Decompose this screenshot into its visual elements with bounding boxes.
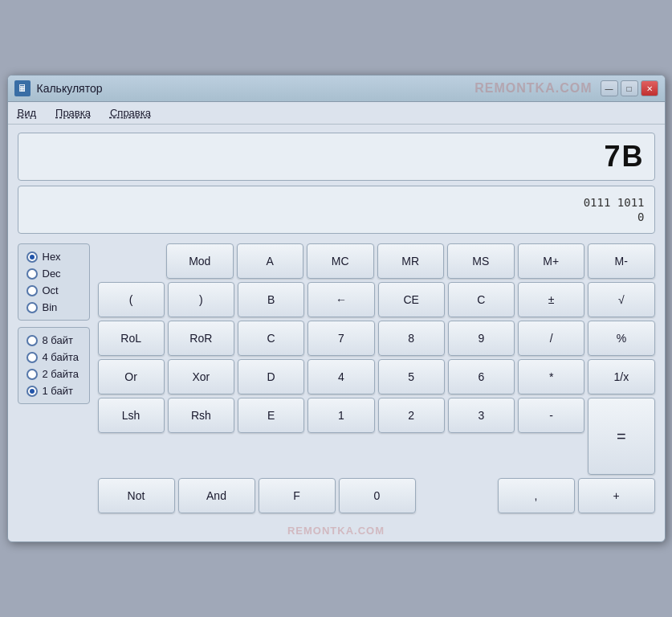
- radio-8byte-label: 8 байт: [43, 334, 73, 346]
- radio-2byte[interactable]: 2 байта: [26, 368, 81, 380]
- btn-open-paren[interactable]: (: [98, 282, 165, 317]
- byte-radio-group: 8 байт 4 байта 2 байта 1 байт: [18, 327, 90, 404]
- btn-1[interactable]: 1: [307, 398, 374, 433]
- radio-oct-label: Oct: [43, 284, 59, 296]
- btn-9[interactable]: 9: [448, 321, 515, 356]
- btn-plusminus[interactable]: ±: [518, 282, 584, 317]
- radio-1byte[interactable]: 1 байт: [26, 385, 81, 397]
- btn-0[interactable]: 0: [339, 478, 416, 513]
- btn-rol[interactable]: RoL: [98, 321, 165, 356]
- radio-hex[interactable]: Hex: [26, 251, 81, 263]
- app-icon: 🖩: [14, 80, 31, 96]
- btn-mminus[interactable]: M-: [588, 243, 655, 279]
- calculator-window: 🖩 Калькулятор REMONTKA.COM — □ ✕ Вид Пра…: [7, 75, 666, 542]
- binary-row2: 0: [637, 210, 644, 223]
- btn-2[interactable]: 2: [378, 398, 445, 433]
- menu-pravka[interactable]: Правка: [52, 105, 94, 121]
- radio-4byte-circle: [26, 352, 38, 363]
- left-panel: Hex Dec Oct Bin 8 байт: [18, 243, 90, 513]
- binary-line2: 0: [637, 210, 644, 223]
- btn-backspace[interactable]: ←: [307, 282, 374, 317]
- btn-ce[interactable]: CE: [378, 282, 445, 317]
- btn-C-hex[interactable]: C: [238, 321, 304, 356]
- btn-row-2: ( ) B ← CE C ± √: [98, 282, 655, 317]
- btn-lsh[interactable]: Lsh: [98, 398, 165, 433]
- btn-rsh[interactable]: Rsh: [168, 398, 234, 433]
- radio-4byte-label: 4 байта: [43, 351, 79, 363]
- btn-6[interactable]: 6: [448, 359, 515, 394]
- btn-multiply[interactable]: *: [518, 359, 584, 394]
- btn-row-5: Lsh Rsh E 1 2 3 - =: [98, 398, 655, 475]
- btn-mr[interactable]: MR: [377, 243, 445, 279]
- radio-4byte[interactable]: 4 байта: [26, 351, 81, 363]
- main-content: Hex Dec Oct Bin 8 байт: [8, 239, 665, 521]
- binary-line1: 0111 1011: [584, 196, 645, 209]
- btn-row-4: Or Xor D 4 5 6 * 1/x: [98, 359, 655, 394]
- btn-D-hex[interactable]: D: [238, 359, 304, 394]
- title-bar: 🖩 Калькулятор REMONTKA.COM — □ ✕: [8, 76, 665, 102]
- btn-row-6: Not And F 0 , +: [98, 478, 655, 513]
- menu-vid[interactable]: Вид: [14, 105, 40, 121]
- main-display: 7B: [18, 133, 655, 181]
- btn-7[interactable]: 7: [307, 321, 374, 356]
- btn-4[interactable]: 4: [307, 359, 374, 394]
- btn-row-1: Mod A MC MR MS M+ M-: [98, 243, 655, 279]
- btn-ms[interactable]: MS: [447, 243, 515, 279]
- btn-empty-1: [98, 243, 164, 279]
- radio-2byte-label: 2 байта: [43, 368, 79, 380]
- close-button[interactable]: ✕: [641, 80, 658, 96]
- radio-hex-circle: [26, 251, 38, 263]
- radio-1byte-label: 1 байт: [43, 385, 73, 397]
- minimize-button[interactable]: —: [601, 80, 618, 96]
- btn-close-paren[interactable]: ): [168, 282, 234, 317]
- footer-watermark: REMONTKA.COM: [8, 521, 665, 541]
- radio-oct[interactable]: Oct: [26, 284, 81, 296]
- btn-mod[interactable]: Mod: [166, 243, 234, 279]
- radio-8byte-circle: [26, 335, 38, 346]
- btn-reciprocal[interactable]: 1/x: [588, 359, 654, 394]
- btn-row-3: RoL RoR C 7 8 9 / %: [98, 321, 655, 356]
- btn-minus[interactable]: -: [518, 398, 584, 433]
- btn-sqrt[interactable]: √: [588, 282, 654, 317]
- btn-divide[interactable]: /: [518, 321, 584, 356]
- btn-mplus[interactable]: M+: [518, 243, 585, 279]
- btn-empty-zero: [419, 478, 495, 513]
- title-controls: — □ ✕: [601, 80, 658, 96]
- btn-not[interactable]: Not: [98, 478, 175, 513]
- maximize-button[interactable]: □: [621, 80, 638, 96]
- menu-spravka[interactable]: Справка: [107, 105, 154, 121]
- btn-xor[interactable]: Xor: [168, 359, 234, 394]
- btn-percent[interactable]: %: [588, 321, 654, 356]
- btn-and[interactable]: And: [178, 478, 255, 513]
- radio-dec-label: Dec: [43, 268, 61, 280]
- btn-A[interactable]: A: [237, 243, 304, 279]
- title-left: 🖩 Калькулятор: [14, 80, 103, 96]
- btn-E-hex[interactable]: E: [238, 398, 304, 433]
- btn-mc[interactable]: MC: [307, 243, 374, 279]
- btn-B[interactable]: B: [238, 282, 304, 317]
- btn-3[interactable]: 3: [448, 398, 515, 433]
- radio-dec-circle: [26, 268, 38, 280]
- title-watermark: REMONTKA.COM: [102, 81, 592, 96]
- btn-c[interactable]: C: [448, 282, 515, 317]
- binary-row1: 0111 1011: [584, 196, 645, 209]
- btn-equals[interactable]: =: [588, 398, 654, 475]
- btn-F-hex[interactable]: F: [259, 478, 336, 513]
- btn-ror[interactable]: RoR: [168, 321, 234, 356]
- btn-8[interactable]: 8: [378, 321, 445, 356]
- buttons-grid: Mod A MC MR MS M+ M- ( ) B ← CE C ± √: [98, 243, 655, 513]
- radio-bin-label: Bin: [43, 301, 58, 313]
- display-value: 7B: [604, 140, 644, 174]
- radio-1byte-circle: [26, 386, 38, 397]
- base-radio-group: Hex Dec Oct Bin: [18, 243, 90, 321]
- radio-8byte[interactable]: 8 байт: [26, 334, 81, 346]
- binary-display: 0111 1011 0: [18, 186, 655, 234]
- menubar: Вид Правка Справка: [8, 102, 665, 125]
- btn-plus[interactable]: +: [578, 478, 655, 513]
- radio-dec[interactable]: Dec: [26, 268, 81, 280]
- radio-hex-label: Hex: [43, 251, 61, 263]
- radio-bin[interactable]: Bin: [26, 301, 81, 313]
- btn-or[interactable]: Or: [98, 359, 165, 394]
- btn-comma[interactable]: ,: [498, 478, 575, 513]
- btn-5[interactable]: 5: [378, 359, 445, 394]
